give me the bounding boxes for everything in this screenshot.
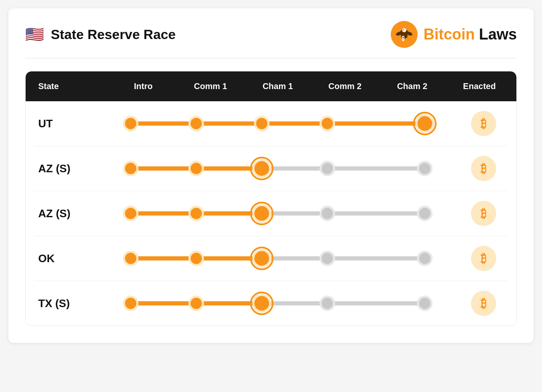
header-right: ₿ Bitcoin Laws bbox=[391, 21, 517, 48]
table-row: TX (S) ₿ bbox=[34, 281, 508, 326]
svg-point-26 bbox=[124, 207, 137, 220]
brand-laws: Laws bbox=[475, 26, 517, 43]
progress-svg-az1 bbox=[114, 154, 442, 183]
svg-point-19 bbox=[189, 162, 203, 175]
svg-point-39 bbox=[418, 252, 431, 265]
svg-point-13 bbox=[321, 117, 334, 130]
bitcoin-badge: ₿ bbox=[471, 156, 496, 181]
table-container: State Intro Comm 1 Cham 1 Comm 2 Cham 2 … bbox=[25, 71, 517, 326]
state-label: OK bbox=[38, 252, 114, 265]
svg-point-27 bbox=[189, 207, 203, 220]
page-container: 🇺🇸 State Reserve Race bbox=[8, 8, 534, 343]
svg-point-34 bbox=[124, 252, 137, 265]
state-label: UT bbox=[38, 117, 114, 130]
page-title: State Reserve Race bbox=[51, 27, 176, 42]
svg-text:₿: ₿ bbox=[402, 35, 405, 42]
bitcoin-icon: ₿ bbox=[481, 297, 487, 310]
col-header-enacted: Enacted bbox=[446, 71, 513, 101]
header-left: 🇺🇸 State Reserve Race bbox=[25, 26, 176, 43]
svg-point-30 bbox=[321, 207, 334, 220]
svg-point-47 bbox=[418, 297, 431, 310]
svg-point-31 bbox=[418, 207, 431, 220]
svg-point-23 bbox=[418, 162, 431, 175]
enacted-cell: ₿ bbox=[450, 291, 517, 316]
svg-point-36 bbox=[253, 250, 270, 267]
col-header-state: State bbox=[34, 71, 110, 101]
bitcoin-badge: ₿ bbox=[471, 111, 496, 136]
svg-point-43 bbox=[189, 297, 203, 310]
svg-point-10 bbox=[124, 117, 137, 130]
bitcoin-icon: ₿ bbox=[481, 207, 487, 221]
brand-bitcoin: Bitcoin bbox=[424, 26, 475, 43]
bitcoin-logo: ₿ bbox=[391, 21, 418, 48]
table-row: AZ (S) bbox=[34, 146, 508, 191]
enacted-cell: ₿ bbox=[450, 201, 517, 226]
table-row: OK ₿ bbox=[34, 236, 508, 281]
progress-svg-az2 bbox=[114, 199, 442, 228]
col-header-cham2: Cham 2 bbox=[379, 71, 446, 101]
svg-point-35 bbox=[189, 252, 203, 265]
svg-point-20 bbox=[253, 160, 270, 177]
svg-point-12 bbox=[255, 117, 268, 130]
bitcoin-badge: ₿ bbox=[471, 201, 496, 226]
progress-svg-tx bbox=[114, 289, 442, 318]
bitcoin-icon: ₿ bbox=[481, 252, 487, 266]
svg-point-46 bbox=[321, 297, 334, 310]
col-header-cham1: Cham 1 bbox=[244, 71, 311, 101]
svg-point-14 bbox=[416, 115, 433, 132]
state-label: AZ (S) bbox=[38, 162, 114, 175]
svg-point-44 bbox=[253, 295, 270, 312]
enacted-cell: ₿ bbox=[450, 156, 517, 181]
enacted-cell: ₿ bbox=[450, 111, 517, 136]
col-header-comm2: Comm 2 bbox=[311, 71, 379, 101]
svg-point-42 bbox=[124, 297, 137, 310]
svg-point-7 bbox=[403, 29, 404, 30]
flag-icon: 🇺🇸 bbox=[25, 26, 44, 43]
table-body: UT bbox=[26, 101, 516, 326]
progress-svg-ok bbox=[114, 244, 442, 273]
svg-point-38 bbox=[321, 252, 334, 265]
enacted-cell: ₿ bbox=[450, 246, 517, 271]
header: 🇺🇸 State Reserve Race bbox=[25, 21, 517, 58]
progress-svg-ut bbox=[114, 109, 442, 138]
svg-point-28 bbox=[253, 205, 270, 222]
col-header-intro: Intro bbox=[110, 71, 177, 101]
svg-point-11 bbox=[189, 117, 203, 130]
bitcoin-icon: ₿ bbox=[481, 162, 487, 176]
svg-point-18 bbox=[124, 162, 137, 175]
state-label: TX (S) bbox=[38, 297, 114, 310]
table-row: UT bbox=[34, 101, 508, 146]
bitcoin-badge: ₿ bbox=[471, 291, 496, 316]
table-row: AZ (S) ₿ bbox=[34, 191, 508, 236]
bitcoin-icon: ₿ bbox=[481, 117, 487, 131]
bitcoin-badge: ₿ bbox=[471, 246, 496, 271]
table-header: State Intro Comm 1 Cham 1 Comm 2 Cham 2 … bbox=[26, 71, 516, 101]
brand-name: Bitcoin Laws bbox=[424, 26, 517, 43]
col-header-comm1: Comm 1 bbox=[177, 71, 244, 101]
state-label: AZ (S) bbox=[38, 207, 114, 220]
svg-point-22 bbox=[321, 162, 334, 175]
